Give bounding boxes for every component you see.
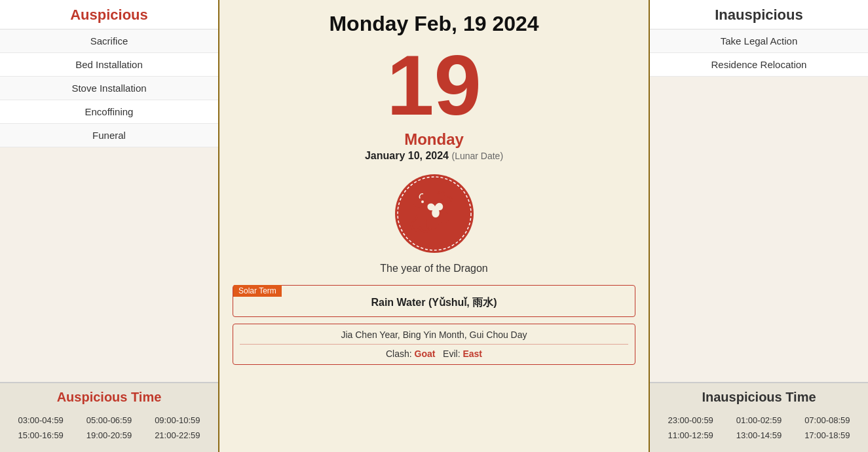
main-date-title: Monday Feb, 19 2024	[329, 12, 538, 36]
divider	[240, 344, 628, 345]
solar-term-badge: Solar Term	[233, 285, 282, 297]
zodiac-dragon-circle	[392, 171, 477, 256]
svg-point-3	[421, 200, 424, 203]
auspicious-time-cell: 15:00-16:59	[7, 429, 75, 442]
auspicious-list-item: Funeral	[0, 124, 218, 147]
auspicious-time-section: Auspicious Time 03:00-04:5905:00-06:5909…	[0, 382, 218, 452]
inauspicious-title: Inauspicious	[715, 7, 802, 23]
clash-label: Clash:	[386, 348, 412, 359]
inauspicious-time-cell: 11:00-12:59	[656, 429, 725, 442]
main-content: Monday Feb, 19 2024 19 Monday January 10…	[219, 0, 649, 452]
inauspicious-time-header: Inauspicious Time	[650, 383, 868, 410]
clash-row: Clash: Goat Evil: East	[386, 348, 482, 359]
inauspicious-time-cell: 01:00-02:59	[725, 414, 793, 426]
evil-direction: East	[462, 348, 482, 359]
auspicious-time-cell: 19:00-20:59	[75, 429, 143, 442]
auspicious-time-title: Auspicious Time	[57, 390, 162, 404]
inauspicious-items-list: Take Legal ActionResidence Relocation	[650, 29, 868, 77]
clash-animal: Goat	[415, 348, 436, 359]
auspicious-header: Auspicious	[0, 0, 218, 29]
auspicious-time-grid: 03:00-04:5905:00-06:5909:00-10:5915:00-1…	[0, 410, 218, 452]
auspicious-section: Auspicious SacrificeBed InstallationStov…	[0, 0, 218, 382]
auspicious-time-header: Auspicious Time	[0, 383, 218, 410]
inauspicious-time-cell: 23:00-00:59	[656, 414, 725, 426]
inauspicious-list-item: Take Legal Action	[650, 29, 868, 53]
year-of-dragon: The year of the Dragon	[380, 263, 488, 274]
inauspicious-time-cell: 13:00-14:59	[725, 429, 793, 442]
inauspicious-header: Inauspicious	[650, 0, 868, 29]
calendar-info-section: Jia Chen Year, Bing Yin Month, Gui Chou …	[233, 324, 635, 365]
auspicious-time-cell: 21:00-22:59	[143, 429, 212, 442]
inauspicious-time-title: Inauspicious Time	[702, 390, 816, 404]
inauspicious-list-item: Residence Relocation	[650, 53, 868, 77]
evil-label: Evil:	[443, 348, 460, 359]
solar-term-section: Solar Term Rain Water (Yǔshuǐ, 雨水)	[233, 285, 635, 317]
auspicious-list-item: Encoffining	[0, 100, 218, 124]
right-sidebar: Inauspicious Take Legal ActionResidence …	[649, 0, 868, 452]
auspicious-items-list: SacrificeBed InstallationStove Installat…	[0, 29, 218, 147]
inauspicious-time-cell: 07:00-08:59	[793, 414, 861, 426]
day-name: Monday	[404, 130, 464, 149]
solar-term-text: Rain Water (Yǔshuǐ, 雨水)	[233, 286, 635, 316]
auspicious-list-item: Sacrifice	[0, 29, 218, 53]
calendar-info-row: Jia Chen Year, Bing Yin Month, Gui Chou …	[341, 330, 527, 340]
left-sidebar: Auspicious SacrificeBed InstallationStov…	[0, 0, 219, 452]
day-number: 19	[387, 43, 481, 128]
inauspicious-section: Inauspicious Take Legal ActionResidence …	[650, 0, 868, 382]
auspicious-time-cell: 05:00-06:59	[75, 414, 143, 426]
auspicious-time-cell: 09:00-10:59	[143, 414, 212, 426]
inauspicious-time-section: Inauspicious Time 23:00-00:5901:00-02:59…	[650, 382, 868, 452]
auspicious-list-item: Bed Installation	[0, 53, 218, 77]
lunar-date-main: January 10, 2024	[365, 150, 449, 161]
lunar-date-label: (Lunar Date)	[451, 151, 503, 161]
auspicious-list-item: Stove Installation	[0, 77, 218, 100]
auspicious-time-cell: 03:00-04:59	[7, 414, 75, 426]
auspicious-title: Auspicious	[70, 7, 148, 23]
lunar-date: January 10, 2024 (Lunar Date)	[365, 150, 503, 162]
inauspicious-time-cell: 17:00-18:59	[793, 429, 861, 442]
inauspicious-time-grid: 23:00-00:5901:00-02:5907:00-08:5911:00-1…	[650, 410, 868, 452]
